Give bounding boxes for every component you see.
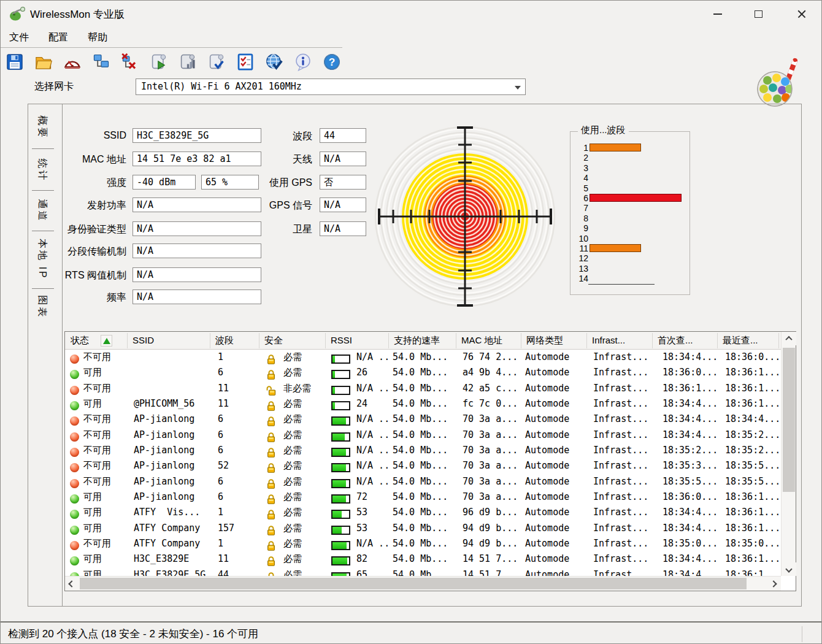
log-report-button[interactable]: [177, 51, 198, 73]
column-header-9[interactable]: Infrast...: [588, 332, 653, 350]
rssi-bar-fill: [332, 464, 346, 471]
scroll-up-button[interactable]: [782, 332, 796, 345]
field-value-box[interactable]: 44: [320, 128, 366, 143]
table-row[interactable]: 可用AP-jianlong6必需7254.0 Mb...70 3a a...Au…: [66, 491, 780, 507]
column-header-8[interactable]: 网络类型: [522, 332, 587, 350]
help-button[interactable]: ?: [321, 51, 342, 73]
column-header-5[interactable]: RSSI: [326, 332, 389, 350]
maximize-button[interactable]: [740, 1, 776, 28]
field-value-box[interactable]: N/A: [320, 197, 366, 212]
checklist-button[interactable]: [235, 51, 256, 73]
column-header-2[interactable]: SSID: [128, 332, 210, 350]
rate-cell: 54.0 Mb...: [390, 351, 457, 367]
column-header-7[interactable]: MAC 地址: [457, 332, 521, 350]
scroll-left-button[interactable]: [65, 577, 79, 591]
first-seen-cell: 18:34:4...: [654, 523, 718, 538]
rssi-bar-fill: [332, 511, 342, 518]
status-label: 不可用: [83, 538, 111, 550]
chevron-right-icon: [770, 580, 777, 587]
signal-gauge-button[interactable]: [62, 51, 83, 73]
column-separator: [259, 333, 259, 348]
sort-indicator-button[interactable]: [101, 335, 112, 347]
rssi-bar-fill: [332, 402, 335, 409]
channel-label-2: 2: [574, 153, 588, 163]
field-value-box[interactable]: N/A: [133, 243, 261, 258]
status-cell: 不可用: [67, 476, 128, 491]
infra-cell: Infrast...: [588, 523, 653, 538]
column-header-1[interactable]: 状态: [66, 332, 128, 350]
ssid-cell: ATFY Company: [129, 538, 211, 553]
field-value-box[interactable]: 否: [320, 175, 366, 190]
rssi-bar-fill: [332, 496, 346, 502]
net-type-cell: Automode: [523, 507, 588, 522]
security-label: 必需: [283, 413, 302, 425]
menu-item-2[interactable]: 配置: [48, 31, 68, 44]
status-dot-green: [70, 526, 79, 535]
wirelessmon-logo: [750, 57, 807, 109]
column-header-11[interactable]: 最近查...: [718, 332, 780, 350]
vertical-scroll-thumb[interactable]: [783, 348, 795, 492]
first-seen-cell: 18:36:0...: [654, 367, 718, 382]
verify-log-button[interactable]: [206, 51, 227, 73]
table-row[interactable]: 不可用AP-jianlong6必需N/A ...54.0 Mb...70 3a …: [66, 476, 780, 491]
minimize-button[interactable]: [700, 1, 736, 28]
table-row[interactable]: 不可用1必需N/A ...54.0 Mb...76 74 2...Automod…: [66, 351, 780, 367]
horizontal-scrollbar[interactable]: [65, 576, 781, 591]
status-label: 不可用: [83, 460, 111, 472]
table-row[interactable]: 不可用ATFY Company1必需N/A ...54.0 Mb...94 d9…: [66, 538, 780, 553]
table-row[interactable]: 可用@PHICOMM_5611必需2454.0 Mb...fc 7c 0...A…: [66, 398, 780, 413]
rssi-bar: [331, 355, 350, 364]
column-header-6[interactable]: 支持的速率: [390, 332, 456, 350]
column-header-4[interactable]: 安全: [260, 332, 326, 350]
table-row[interactable]: 可用H3C_E3829E11必需8254.0 Mb...14 51 7...Au…: [66, 553, 780, 569]
table-row[interactable]: 不可用11非必需N/A ...54.0 Mb...42 a5 c...Autom…: [66, 383, 780, 398]
vertical-scrollbar[interactable]: [781, 332, 796, 576]
menu-item-1[interactable]: 文件: [9, 31, 29, 44]
info-button[interactable]: [293, 51, 313, 73]
horizontal-scroll-thumb[interactable]: [80, 578, 747, 589]
table-row[interactable]: 可用H3C_E3829E_5G44必需6554.0 Mb...14 51 7..…: [66, 569, 780, 576]
network-connect-button[interactable]: [91, 51, 112, 73]
close-button[interactable]: [784, 1, 820, 28]
status-dot-green: [70, 494, 79, 504]
table-row[interactable]: 不可用AP-jianlong6必需N/A ...54.0 Mb...70 3a …: [66, 413, 780, 429]
scroll-right-button[interactable]: [766, 577, 781, 591]
open-folder-button[interactable]: [33, 51, 54, 73]
table-row[interactable]: 不可用AP-jianlong6必需N/A ...54.0 Mb...70 3a …: [66, 445, 780, 460]
table-row[interactable]: 可用ATFY Vis...1必需5354.0 Mb...96 d9 b...Au…: [66, 507, 780, 522]
field-value-box[interactable]: N/A: [133, 267, 261, 282]
rssi-bar: [331, 494, 350, 504]
padlock-closed-icon: [266, 401, 276, 413]
table-row[interactable]: 不可用AP-jianlong52必需N/A ...54.0 Mb...70 3a…: [66, 460, 780, 475]
infra-cell: Infrast...: [588, 445, 653, 460]
ssid-cell: H3C_E3829E: [129, 553, 211, 569]
table-row[interactable]: 不可用AP-jianlong6必需N/A ...54.0 Mb...70 3a …: [66, 429, 780, 445]
menu-item-3[interactable]: 帮助: [88, 31, 107, 44]
field-value-box[interactable]: N/A: [133, 289, 261, 304]
status-label: 不可用: [83, 429, 111, 441]
network-disconnect-button[interactable]: [120, 51, 140, 73]
column-header-3[interactable]: 波段: [211, 332, 259, 350]
column-header-10[interactable]: 首次查...: [653, 332, 718, 350]
scroll-down-button[interactable]: [782, 562, 796, 576]
channel-label-9: 9: [574, 223, 588, 233]
status-label: 可用: [83, 569, 102, 576]
channel-cell: 1: [212, 507, 260, 522]
field-value-box[interactable]: N/A: [320, 221, 366, 236]
start-logging-button[interactable]: [148, 51, 169, 73]
padlock-closed-icon: [266, 494, 276, 507]
field-value-box[interactable]: N/A: [320, 151, 366, 166]
table-row[interactable]: 可用6必需2654.0 Mb...a4 9b 4...AutomodeInfra…: [66, 367, 780, 382]
web-update-button[interactable]: [264, 51, 285, 73]
status-dot-red: [70, 432, 79, 442]
save-button[interactable]: [4, 51, 25, 73]
status-label: 不可用: [83, 413, 111, 425]
status-label: 可用: [83, 491, 102, 503]
status-label: 可用: [83, 367, 102, 378]
table-row[interactable]: 可用ATFY Company157必需5354.0 Mb...94 d9 b..…: [66, 523, 780, 538]
adapter-combobox[interactable]: Intel(R) Wi-Fi 6 AX201 160MHz: [136, 79, 526, 95]
field-label: 强度: [13, 177, 126, 190]
field-value-box[interactable]: -40 dBm: [133, 175, 196, 190]
ssid-cell: AP-jianlong: [129, 429, 211, 445]
rate-cell: 54.0 Mb...: [390, 569, 457, 576]
